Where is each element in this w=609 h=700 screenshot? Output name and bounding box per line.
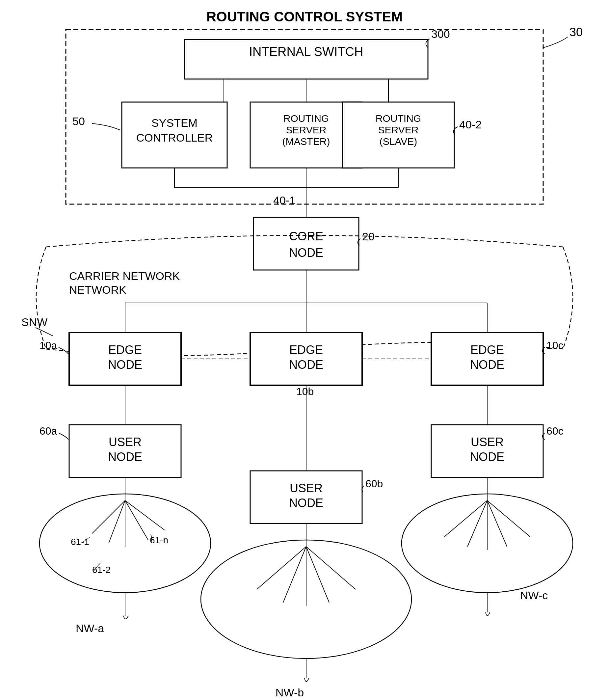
- user-node-b-label2: NODE: [289, 496, 323, 510]
- ref-30-label: 30: [570, 25, 583, 39]
- edge-node-a-label1: EDGE: [108, 343, 142, 357]
- core-node-box: [254, 217, 359, 270]
- user-node-c-label1: USER: [471, 435, 504, 449]
- edge-node-c-label1: EDGE: [470, 343, 504, 357]
- user-node-a-label1: USER: [109, 435, 142, 449]
- user-node-c-label2: NODE: [470, 450, 504, 464]
- nw-b-label: NW-b: [276, 686, 304, 699]
- carrier-network-label2: NETWORK: [69, 284, 126, 296]
- edge-node-c-label2: NODE: [470, 358, 504, 371]
- title-label: ROUTING CONTROL SYSTEM: [206, 9, 403, 24]
- system-controller-label1: SYSTEM: [152, 117, 197, 129]
- internal-switch-label: INTERNAL SWITCH: [249, 45, 363, 58]
- ref-61-2-label: 61-2: [92, 565, 110, 575]
- ref-61-1-label: 61-1: [71, 537, 89, 547]
- nw-c-label: NW-c: [520, 589, 548, 601]
- edge-node-b-label1: EDGE: [289, 343, 323, 357]
- ref-60b-label: 60b: [365, 478, 383, 490]
- ref-10a-label: 10a: [39, 340, 57, 351]
- ref-40-2-label: 40-2: [459, 118, 482, 131]
- core-node-label1: CORE: [289, 229, 323, 243]
- routing-server-master-label3: (MASTER): [282, 136, 330, 147]
- carrier-network-label: CARRIER NETWORK: [69, 270, 180, 282]
- ref-50-label: 50: [72, 115, 85, 127]
- edge-node-a-label2: NODE: [108, 358, 142, 371]
- ref-300-label: 300: [431, 28, 450, 40]
- user-node-a-label2: NODE: [108, 450, 142, 464]
- routing-server-master-label1: ROUTING: [283, 113, 329, 124]
- edge-node-b-label2: NODE: [289, 358, 323, 371]
- ref-61-n-label: 61-n: [150, 535, 168, 545]
- ref-10c-label: 10c: [546, 340, 563, 351]
- routing-server-slave-label1: ROUTING: [376, 113, 421, 124]
- nw-a-label: NW-a: [76, 622, 104, 634]
- core-node-label2: NODE: [289, 246, 323, 259]
- routing-server-master-label2: SERVER: [286, 124, 327, 135]
- routing-server-slave-label3: (SLAVE): [380, 136, 417, 147]
- ref-40-1-label: 40-1: [273, 194, 296, 206]
- ref-10b-label: 10b: [296, 386, 314, 397]
- ref-60c-label: 60c: [546, 425, 563, 437]
- system-controller-label2: CONTROLLER: [136, 131, 213, 144]
- ref-60a-label: 60a: [39, 425, 57, 437]
- user-node-b-label1: USER: [290, 481, 323, 495]
- routing-server-slave-label2: SERVER: [378, 124, 419, 135]
- snw-label: SNW: [21, 316, 47, 328]
